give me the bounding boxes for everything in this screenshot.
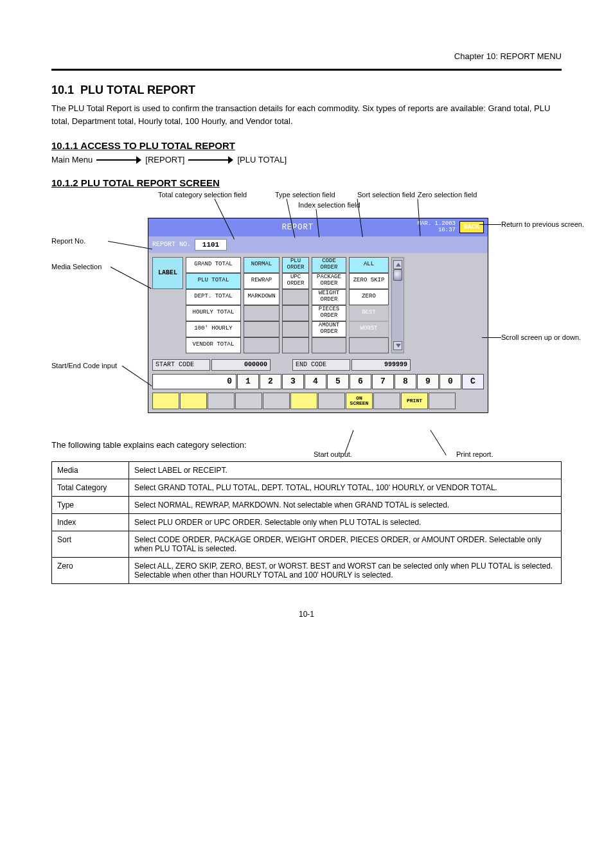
sort-opt[interactable]: WEIGHT ORDER <box>312 289 346 305</box>
report-no-value[interactable]: 1101 <box>195 239 227 251</box>
scroll-down-icon[interactable] <box>393 341 402 350</box>
sort-opt[interactable]: CODE ORDER <box>312 257 346 273</box>
keypad-6[interactable]: 6 <box>350 374 371 389</box>
end-code-value[interactable]: 999999 <box>351 359 411 371</box>
index-opt <box>282 289 309 305</box>
report-no-row: REPORT NO. 1101 <box>148 236 488 253</box>
on-screen-button[interactable]: ON SCREEN <box>346 393 373 409</box>
end-code-label: END CODE <box>292 359 350 371</box>
total-opt[interactable]: 100' HOURLY <box>186 321 241 337</box>
keypad-display: 0 <box>152 374 236 389</box>
annot-back: Return to previous screen. <box>501 220 584 229</box>
annot-total: Total category selection field <box>158 191 247 199</box>
annot-rno: Report No. <box>51 237 85 245</box>
zero-opt[interactable]: ALL <box>349 257 389 273</box>
scroll-knob[interactable] <box>393 269 402 281</box>
type-opt <box>244 321 280 337</box>
zero-opt[interactable]: WORST <box>349 321 389 337</box>
zero-opt[interactable]: ZERO SKIP <box>349 273 389 289</box>
keypad-7[interactable]: 7 <box>372 374 394 389</box>
sort-opt <box>312 337 346 353</box>
annot-sort: Sort selection field <box>357 191 415 199</box>
index-opt <box>282 337 309 353</box>
total-opt[interactable]: HOURLY TOTAL <box>186 305 241 321</box>
type-opt <box>244 305 280 321</box>
scroll-up-icon[interactable] <box>393 260 402 269</box>
total-opt[interactable]: PLU TOTAL <box>186 273 241 289</box>
page-number: 10-1 <box>51 610 562 619</box>
fn-key[interactable] <box>180 393 207 409</box>
keypad-1[interactable]: 1 <box>237 374 259 389</box>
section-heading: 10.1 PLU TOTAL REPORT <box>51 84 562 97</box>
fn-key[interactable] <box>235 393 262 409</box>
sort-opt[interactable]: PACKAGE ORDER <box>312 273 346 289</box>
print-button[interactable]: PRINT <box>401 393 428 409</box>
desc-table: MediaSelect LABEL or RECEIPT. Total Cate… <box>51 461 562 584</box>
media-button[interactable]: LABEL <box>152 257 183 289</box>
flow-steps: Main Menu [REPORT] [PLU TOTAL] <box>51 155 562 164</box>
section-intro: The PLU Total Report is used to confirm … <box>51 102 562 127</box>
annot-print: Print report. <box>456 450 493 459</box>
annot-idx: Index selection field <box>298 201 360 209</box>
back-button[interactable]: BACK <box>459 221 484 233</box>
annot-media: Media Selection <box>51 263 102 271</box>
index-opt[interactable]: PLU ORDER <box>282 257 309 273</box>
keypad-9[interactable]: 9 <box>417 374 439 389</box>
screen-title: REPORT <box>178 223 418 232</box>
scrollbar[interactable] <box>391 257 404 353</box>
layout-heading: 10.1.2 PLU TOTAL REPORT SCREEN <box>51 177 562 188</box>
sort-opt[interactable]: AMOUNT ORDER <box>312 321 346 337</box>
datetime: MAR. 1.200316:37 <box>418 221 456 234</box>
keypad-2[interactable]: 2 <box>260 374 281 389</box>
fn-key[interactable] <box>263 393 290 409</box>
keypad-3[interactable]: 3 <box>282 374 304 389</box>
fn-key[interactable] <box>429 393 456 409</box>
keypad-4[interactable]: 4 <box>305 374 326 389</box>
type-opt[interactable]: REWRAP <box>244 273 280 289</box>
device-screen: REPORT MAR. 1.200316:37 BACK REPORT NO. … <box>148 218 488 413</box>
keypad-8[interactable]: 8 <box>395 374 416 389</box>
annot-onscreen: Start output. <box>314 450 352 459</box>
total-opt[interactable]: GRAND TOTAL <box>186 257 241 273</box>
annot-scroll: Scroll screen up or down. <box>501 333 581 342</box>
start-code-value[interactable]: 000000 <box>211 359 271 371</box>
annot-zero: Zero selection field <box>418 191 477 199</box>
total-opt[interactable]: VENDOR TOTAL <box>186 337 241 353</box>
arrow-right-icon <box>188 157 233 163</box>
fn-key[interactable] <box>373 393 400 409</box>
keypad-0[interactable]: 0 <box>440 374 461 389</box>
chapter-ref: Chapter 10: REPORT MENU <box>51 51 562 61</box>
index-opt[interactable]: UPC ORDER <box>282 273 309 289</box>
zero-opt[interactable]: ZERO <box>349 289 389 305</box>
keypad-clear[interactable]: C <box>462 374 484 389</box>
total-opt[interactable]: DEPT. TOTAL <box>186 289 241 305</box>
index-opt <box>282 321 309 337</box>
zero-opt[interactable]: BEST <box>349 305 389 321</box>
zero-opt <box>349 337 389 353</box>
annot-startend: Start/End Code input <box>51 362 117 370</box>
fn-key[interactable] <box>318 393 345 409</box>
divider <box>51 69 562 71</box>
fn-key[interactable] <box>152 393 179 409</box>
fn-key[interactable] <box>290 393 317 409</box>
type-opt[interactable]: MARKDOWN <box>244 289 280 305</box>
flow-heading: 10.1.1 ACCESS TO PLU TOTAL REPORT <box>51 140 562 151</box>
type-opt[interactable]: NORMAL <box>244 257 280 273</box>
type-opt <box>244 337 280 353</box>
index-opt <box>282 305 309 321</box>
arrow-right-icon <box>96 157 141 163</box>
keypad-5[interactable]: 5 <box>327 374 349 389</box>
desc-intro: The following table explains each catego… <box>51 439 562 452</box>
report-no-label: REPORT NO. <box>152 241 191 248</box>
start-code-label: START CODE <box>152 359 210 371</box>
sort-opt[interactable]: PIECES ORDER <box>312 305 346 321</box>
annot-type: Type selection field <box>275 191 335 199</box>
fn-key[interactable] <box>208 393 235 409</box>
